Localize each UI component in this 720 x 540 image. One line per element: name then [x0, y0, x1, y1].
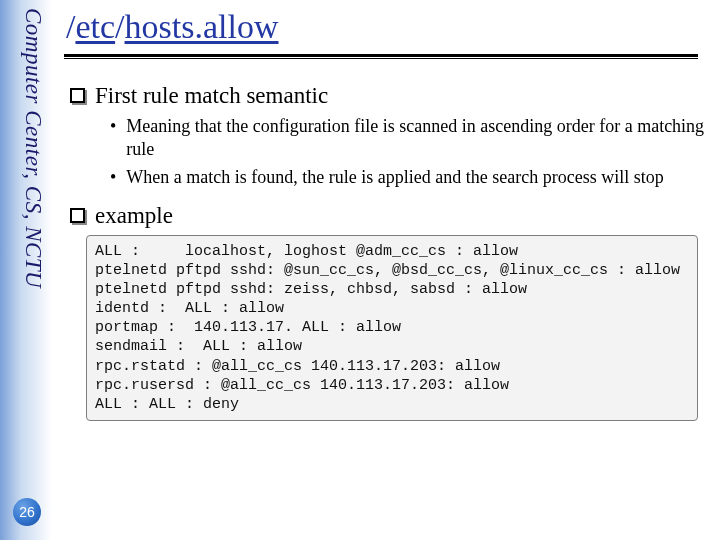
list-item: • When a match is found, the rule is app…: [110, 166, 710, 189]
code-block: ALL : localhost, loghost @adm_cc_cs : al…: [86, 235, 698, 422]
section-heading-row: First rule match semantic: [70, 83, 710, 109]
bullet-square-icon: [70, 88, 85, 103]
section-heading-row: example: [70, 203, 710, 229]
sidebar-org-text: Computer Center, CS, NCTU: [20, 6, 46, 540]
slide: Computer Center, CS, NCTU 26 /etc/hosts.…: [0, 0, 720, 540]
slide-title: /etc/hosts.allow: [62, 0, 710, 52]
page-number: 26: [19, 504, 35, 520]
section-heading: example: [95, 203, 173, 229]
title-seg: /: [115, 8, 124, 45]
bullet-text: When a match is found, the rule is appli…: [126, 166, 663, 189]
sidebar: Computer Center, CS, NCTU: [0, 0, 52, 540]
title-rule: [64, 54, 698, 59]
bullet-list: • Meaning that the configuration file is…: [110, 115, 710, 189]
page-number-badge: 26: [13, 498, 41, 526]
list-item: • Meaning that the configuration file is…: [110, 115, 710, 160]
content-area: /etc/hosts.allow First rule match semant…: [62, 0, 710, 540]
bullet-text: Meaning that the configuration file is s…: [126, 115, 710, 160]
title-seg-underline: etc: [75, 8, 115, 45]
bullet-square-icon: [70, 208, 85, 223]
section-heading: First rule match semantic: [95, 83, 328, 109]
bullet-dot-icon: •: [110, 166, 116, 189]
bullet-dot-icon: •: [110, 115, 116, 160]
title-seg-underline: hosts.allow: [125, 8, 279, 45]
